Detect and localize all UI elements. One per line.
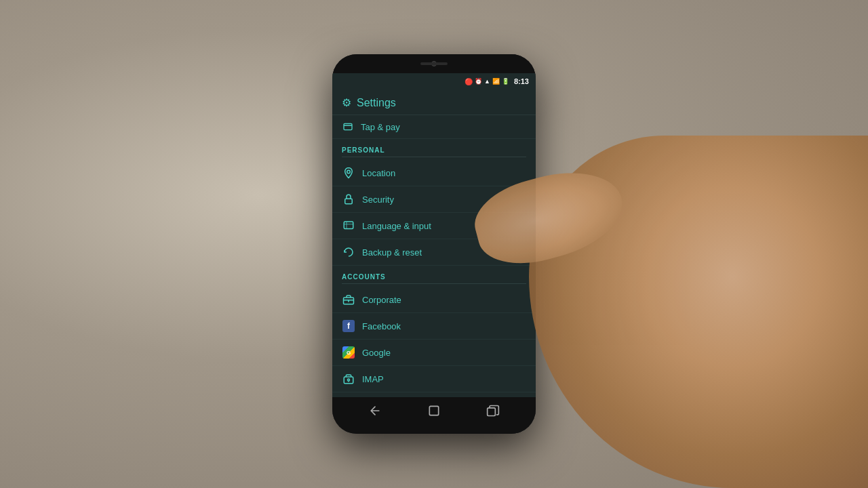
signal-icon: 📶 — [492, 78, 500, 85]
briefcase-icon — [342, 293, 355, 306]
tap-pay-label: Tap & pay — [361, 122, 400, 132]
nav-bar — [332, 397, 536, 427]
back-button[interactable] — [364, 400, 386, 425]
battery-icon: 🔋 — [502, 78, 509, 85]
tap-pay-row[interactable]: Tap & pay — [332, 115, 536, 139]
settings-title: Settings — [357, 97, 396, 109]
status-time: 8:13 — [514, 77, 529, 85]
google-logo: G — [342, 346, 355, 359]
security-label: Security — [362, 195, 394, 205]
wifi-icon: ▲ — [484, 78, 490, 85]
personal-section-header: PERSONAL — [332, 139, 536, 160]
facebook-icon: f — [342, 319, 355, 333]
gear-icon: ⚙ — [342, 96, 351, 109]
imap-item[interactable]: IMAP — [332, 366, 536, 392]
phone-bottom — [332, 427, 536, 434]
svg-rect-13 — [429, 406, 438, 415]
accounts-section-label: ACCOUNTS — [342, 273, 386, 281]
corporate-item[interactable]: Corporate — [332, 287, 536, 313]
imap-icon — [342, 372, 355, 386]
svg-point-2 — [347, 170, 351, 174]
alarm-icon: ⏰ — [475, 78, 482, 85]
status-bar: 🔴 ⏰ ▲ 📶 🔋 8:13 — [332, 73, 536, 89]
personal-section-label: PERSONAL — [342, 146, 385, 154]
svg-rect-3 — [345, 199, 353, 204]
settings-header: ⚙ Settings — [332, 89, 536, 115]
mslync-item[interactable]: L Microsoft Lync 2010 — [332, 392, 536, 397]
accounts-divider — [342, 283, 526, 284]
phone-top-bar — [332, 54, 536, 73]
corporate-label: Corporate — [362, 295, 401, 305]
facebook-item[interactable]: f Facebook — [332, 313, 536, 340]
recents-button[interactable] — [482, 400, 504, 425]
language-icon — [342, 219, 355, 232]
svg-rect-14 — [487, 407, 495, 415]
svg-point-11 — [348, 379, 350, 381]
accounts-section-header: ACCOUNTS — [332, 266, 536, 287]
svg-rect-10 — [344, 377, 353, 384]
tap-pay-icon — [342, 121, 354, 133]
language-label: Language & input — [362, 221, 431, 231]
facebook-label: Facebook — [362, 321, 401, 331]
location-icon — [342, 166, 355, 180]
facebook-logo: f — [342, 320, 355, 332]
status-icons: 🔴 ⏰ ▲ 📶 🔋 8:13 — [465, 77, 529, 85]
imap-label: IMAP — [362, 374, 384, 384]
backup-label: Backup & reset — [362, 247, 422, 258]
security-icon — [342, 192, 355, 206]
bluetooth-icon: 🔴 — [465, 78, 473, 85]
google-label: Google — [362, 348, 391, 358]
location-label: Location — [362, 168, 395, 178]
google-icon: G — [342, 346, 355, 359]
home-button[interactable] — [423, 400, 445, 425]
svg-rect-0 — [344, 123, 352, 129]
location-item[interactable]: Location — [332, 160, 536, 186]
backup-icon — [342, 245, 355, 259]
svg-rect-4 — [344, 222, 353, 229]
phone-speaker — [420, 62, 448, 65]
personal-divider — [342, 157, 526, 157]
google-item[interactable]: G Google — [332, 340, 536, 366]
